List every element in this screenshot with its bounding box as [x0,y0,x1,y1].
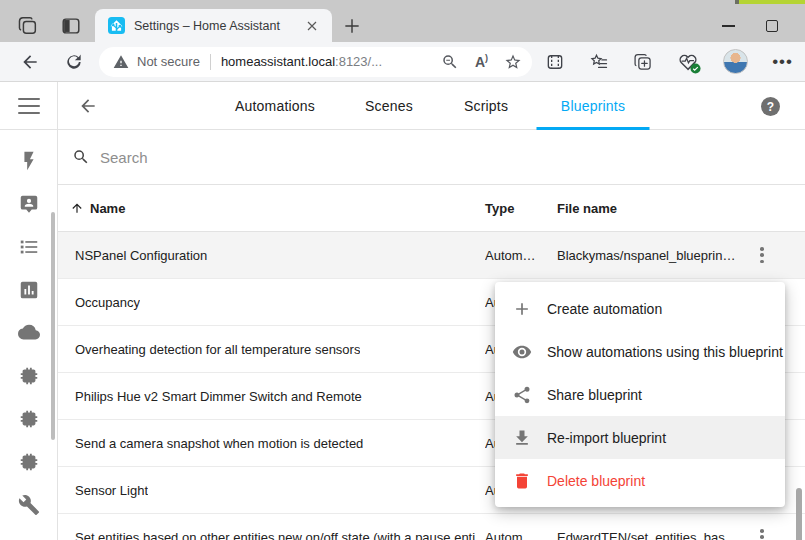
account-badge-icon [18,193,40,215]
eye-icon [512,342,532,362]
row-name: Sensor Light [75,483,148,498]
hamburger-icon [18,98,40,114]
row-type: Autom… [485,530,547,540]
address-divider [210,54,211,70]
trash-icon [512,471,532,491]
flash-icon [18,150,40,172]
browser-essentials-icon[interactable] [677,51,699,73]
browser-tab[interactable]: Settings – Home Assistant [95,9,332,42]
tab-automations[interactable]: Automations [235,82,315,130]
chart-box-icon [18,279,40,301]
zoom-out-icon[interactable] [441,53,459,71]
new-tab-icon[interactable] [342,16,362,36]
favorite-star-icon[interactable] [504,53,522,71]
back-icon[interactable] [20,52,40,72]
workspaces-icon[interactable] [17,15,39,37]
tab-group-add-icon[interactable] [633,52,653,72]
row-name: Set entities based on other entities new… [75,530,475,540]
chip-icon [18,365,40,387]
menu-item-label: Re-import blueprint [547,430,666,446]
menu-item-show-automations[interactable]: Show automations using this blueprint [495,330,785,373]
home-assistant-favicon [108,17,125,34]
menu-item-delete-blueprint[interactable]: Delete blueprint [495,459,785,502]
menu-item-label: Show automations using this blueprint [547,344,783,360]
vertical-tabs-icon[interactable] [60,15,82,37]
security-label: Not secure [137,54,200,69]
menu-item-label: Delete blueprint [547,473,645,489]
address-bar[interactable]: Not secure homeassistant.local :8123/...… [99,47,532,77]
window-maximize-button[interactable] [766,20,778,32]
tab-strip: Settings – Home Assistant [0,0,805,42]
tab-title: Settings – Home Assistant [134,19,304,33]
tab-scripts[interactable]: Scripts [464,82,508,130]
profile-avatar[interactable] [723,49,748,74]
tab-scenes[interactable]: Scenes [365,82,413,130]
row-name: NSPanel Configuration [75,248,207,263]
sidebar-item-cloud[interactable] [0,311,57,354]
sidebar-item-person[interactable] [0,182,57,225]
sidebar-item-esphome-1[interactable] [0,354,57,397]
menu-item-share-blueprint[interactable]: Share blueprint [495,373,785,416]
sidebar-item-settings[interactable] [0,483,57,526]
active-tab-underline [537,127,650,130]
wrench-icon [18,494,40,516]
sidebar-item-todo[interactable] [0,225,57,268]
blueprint-context-menu: Create automation Show automations using… [495,282,785,507]
help-icon[interactable]: ? [761,97,780,116]
refresh-icon[interactable] [64,52,84,72]
table-row[interactable]: Set entities based on other entities new… [58,514,805,540]
sidebar-scrollbar[interactable] [51,212,55,440]
ha-sidebar [0,82,58,540]
ha-back-icon[interactable] [78,96,98,116]
ha-header: Automations Scenes Scripts Blueprints ? [58,82,805,130]
row-name: Occupancy [75,295,140,310]
not-secure-warning-icon [113,54,129,70]
row-file: EdwardTEN/set_entities_bas… [557,530,747,540]
sort-arrow-up-icon[interactable] [70,201,84,215]
chip-icon [18,408,40,430]
list-icon [18,236,40,258]
column-file[interactable]: File name [557,201,617,216]
share-icon [512,385,532,405]
table-header: Name Type File name [58,185,805,232]
url-host: homeassistant.local [221,54,335,69]
search-input[interactable] [100,149,805,166]
download-icon [512,428,532,448]
plus-icon [512,299,532,319]
sidebar-item-history[interactable] [0,268,57,311]
column-name[interactable]: Name [90,201,125,216]
sidebar-item-energy[interactable] [0,139,57,182]
row-file: Blackymas/nspanel_blueprin… [557,248,747,263]
search-icon [72,148,90,166]
menu-item-create-automation[interactable]: Create automation [495,287,785,330]
menu-item-reimport-blueprint[interactable]: Re-import blueprint [495,416,785,459]
window-minimize-button[interactable] [722,18,736,32]
row-name: Philips Hue v2 Smart Dimmer Switch and R… [75,389,362,404]
row-type: Autom… [485,248,547,263]
tab-close-icon[interactable] [304,18,320,34]
row-overflow-icon[interactable] [755,246,769,264]
content-scrollbar[interactable] [796,488,802,540]
browser-window: Settings – Home Assistant Not secure hom… [0,0,805,540]
favorites-hub-icon[interactable] [589,52,609,72]
cloud-icon [18,322,40,344]
table-row[interactable]: NSPanel Configuration Autom… Blackymas/n… [58,232,805,279]
sidebar-menu-button[interactable] [0,82,57,130]
row-name: Send a camera snapshot when motion is de… [75,436,363,451]
row-overflow-icon[interactable] [755,528,769,540]
url-path: :8123/... [335,54,382,69]
read-aloud-icon[interactable]: A) [475,54,488,69]
tab-blueprints[interactable]: Blueprints [561,82,625,130]
row-name: Overheating detection for all temperatur… [75,342,360,357]
browser-menu-icon[interactable]: ••• [772,53,793,70]
sidebar-item-esphome-3[interactable] [0,440,57,483]
screen-edge-indicator [739,0,805,4]
search-bar [58,130,805,185]
browser-toolbar: Not secure homeassistant.local :8123/...… [0,42,805,82]
chip-icon [18,451,40,473]
sidebar-item-esphome-2[interactable] [0,397,57,440]
split-screen-icon[interactable] [545,52,565,72]
menu-item-label: Share blueprint [547,387,642,403]
menu-item-label: Create automation [547,301,662,317]
column-type[interactable]: Type [485,201,514,216]
